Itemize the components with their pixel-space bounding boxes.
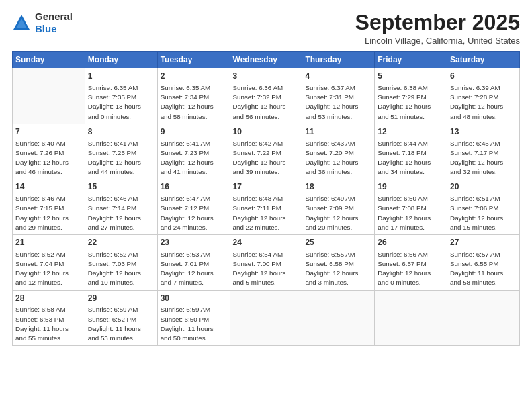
- day-number: 18: [305, 181, 371, 193]
- day-info: Sunrise: 6:38 AM Sunset: 7:29 PM Dayligh…: [378, 83, 444, 122]
- calendar-cell: 17Sunrise: 6:48 AM Sunset: 7:11 PM Dayli…: [230, 179, 302, 235]
- calendar-cell: 2Sunrise: 6:35 AM Sunset: 7:34 PM Daylig…: [157, 68, 230, 124]
- day-number: 25: [305, 237, 371, 248]
- calendar-cell: 4Sunrise: 6:37 AM Sunset: 7:31 PM Daylig…: [302, 68, 375, 124]
- day-number: 3: [233, 71, 300, 82]
- day-number: 8: [88, 126, 154, 138]
- calendar-cell: 24Sunrise: 6:54 AM Sunset: 7:00 PM Dayli…: [230, 235, 302, 291]
- day-info: Sunrise: 6:50 AM Sunset: 7:08 PM Dayligh…: [378, 194, 444, 232]
- col-header-wednesday: Wednesday: [230, 52, 302, 68]
- calendar-cell: 13Sunrise: 6:45 AM Sunset: 7:17 PM Dayli…: [447, 124, 520, 179]
- day-number: 16: [161, 181, 227, 193]
- location-subtitle: Lincoln Village, California, United Stat…: [355, 36, 520, 46]
- day-number: 6: [450, 71, 517, 82]
- header: General Blue September 2025 Lincoln Vill…: [12, 11, 520, 46]
- day-info: Sunrise: 6:51 AM Sunset: 7:06 PM Dayligh…: [450, 194, 517, 232]
- calendar-cell: 11Sunrise: 6:43 AM Sunset: 7:20 PM Dayli…: [302, 124, 375, 179]
- calendar-cell: 30Sunrise: 6:59 AM Sunset: 6:50 PM Dayli…: [157, 290, 230, 346]
- day-number: 5: [378, 71, 444, 82]
- month-title: September 2025: [355, 11, 520, 34]
- day-info: Sunrise: 6:54 AM Sunset: 7:00 PM Dayligh…: [233, 250, 300, 288]
- calendar-cell: 27Sunrise: 6:57 AM Sunset: 6:55 PM Dayli…: [447, 235, 520, 291]
- day-info: Sunrise: 6:52 AM Sunset: 7:03 PM Dayligh…: [88, 250, 154, 288]
- day-info: Sunrise: 6:49 AM Sunset: 7:09 PM Dayligh…: [305, 194, 371, 232]
- calendar-week-2: 14Sunrise: 6:46 AM Sunset: 7:15 PM Dayli…: [13, 179, 520, 235]
- calendar-cell: 9Sunrise: 6:41 AM Sunset: 7:23 PM Daylig…: [157, 124, 230, 179]
- day-number: 4: [305, 71, 371, 82]
- day-info: Sunrise: 6:59 AM Sunset: 6:52 PM Dayligh…: [88, 305, 154, 343]
- calendar-cell: 19Sunrise: 6:50 AM Sunset: 7:08 PM Dayli…: [375, 179, 447, 235]
- logo: General Blue: [12, 11, 73, 35]
- calendar-week-0: 1Sunrise: 6:35 AM Sunset: 7:35 PM Daylig…: [13, 68, 520, 124]
- calendar-cell: 8Sunrise: 6:41 AM Sunset: 7:25 PM Daylig…: [85, 124, 157, 179]
- day-number: 20: [450, 181, 517, 193]
- calendar-week-1: 7Sunrise: 6:40 AM Sunset: 7:26 PM Daylig…: [13, 124, 520, 179]
- calendar-cell: 14Sunrise: 6:46 AM Sunset: 7:15 PM Dayli…: [13, 179, 85, 235]
- day-number: 13: [450, 126, 517, 138]
- day-number: 17: [233, 181, 300, 193]
- calendar-table: SundayMondayTuesdayWednesdayThursdayFrid…: [12, 51, 520, 346]
- day-number: 21: [15, 237, 82, 248]
- day-info: Sunrise: 6:47 AM Sunset: 7:12 PM Dayligh…: [161, 194, 227, 232]
- calendar-cell: 28Sunrise: 6:58 AM Sunset: 6:53 PM Dayli…: [13, 290, 85, 346]
- logo-icon: [12, 13, 31, 32]
- title-block: September 2025 Lincoln Village, Californ…: [355, 11, 520, 46]
- calendar-cell: 10Sunrise: 6:42 AM Sunset: 7:22 PM Dayli…: [230, 124, 302, 179]
- calendar-week-4: 28Sunrise: 6:58 AM Sunset: 6:53 PM Dayli…: [13, 290, 520, 346]
- calendar-cell: 16Sunrise: 6:47 AM Sunset: 7:12 PM Dayli…: [157, 179, 230, 235]
- day-info: Sunrise: 6:35 AM Sunset: 7:34 PM Dayligh…: [161, 83, 227, 122]
- calendar-cell: 6Sunrise: 6:39 AM Sunset: 7:28 PM Daylig…: [447, 68, 520, 124]
- day-number: 11: [305, 126, 371, 138]
- calendar-cell: 25Sunrise: 6:55 AM Sunset: 6:58 PM Dayli…: [302, 235, 375, 291]
- day-info: Sunrise: 6:35 AM Sunset: 7:35 PM Dayligh…: [88, 83, 154, 122]
- calendar-cell: 29Sunrise: 6:59 AM Sunset: 6:52 PM Dayli…: [85, 290, 157, 346]
- calendar-cell: 18Sunrise: 6:49 AM Sunset: 7:09 PM Dayli…: [302, 179, 375, 235]
- day-info: Sunrise: 6:58 AM Sunset: 6:53 PM Dayligh…: [15, 305, 82, 343]
- day-number: 22: [88, 237, 154, 248]
- calendar-cell: 5Sunrise: 6:38 AM Sunset: 7:29 PM Daylig…: [375, 68, 447, 124]
- day-info: Sunrise: 6:52 AM Sunset: 7:04 PM Dayligh…: [15, 250, 82, 288]
- calendar-cell: 15Sunrise: 6:46 AM Sunset: 7:14 PM Dayli…: [85, 179, 157, 235]
- col-header-friday: Friday: [375, 52, 447, 68]
- day-info: Sunrise: 6:55 AM Sunset: 6:58 PM Dayligh…: [305, 250, 371, 288]
- day-number: 19: [378, 181, 444, 193]
- calendar-cell: 23Sunrise: 6:53 AM Sunset: 7:01 PM Dayli…: [157, 235, 230, 291]
- day-number: 30: [161, 293, 227, 304]
- calendar-cell: 22Sunrise: 6:52 AM Sunset: 7:03 PM Dayli…: [85, 235, 157, 291]
- calendar-cell: 12Sunrise: 6:44 AM Sunset: 7:18 PM Dayli…: [375, 124, 447, 179]
- day-info: Sunrise: 6:36 AM Sunset: 7:32 PM Dayligh…: [233, 83, 300, 122]
- day-info: Sunrise: 6:59 AM Sunset: 6:50 PM Dayligh…: [161, 305, 227, 343]
- day-number: 26: [378, 237, 444, 248]
- day-number: 1: [88, 71, 154, 82]
- calendar-cell: 20Sunrise: 6:51 AM Sunset: 7:06 PM Dayli…: [447, 179, 520, 235]
- logo-text: General Blue: [35, 11, 73, 35]
- calendar-cell: 26Sunrise: 6:56 AM Sunset: 6:57 PM Dayli…: [375, 235, 447, 291]
- day-number: 15: [88, 181, 154, 193]
- day-info: Sunrise: 6:45 AM Sunset: 7:17 PM Dayligh…: [450, 139, 517, 177]
- day-info: Sunrise: 6:41 AM Sunset: 7:23 PM Dayligh…: [161, 139, 227, 177]
- day-number: 23: [161, 237, 227, 248]
- day-number: 14: [15, 181, 82, 193]
- day-info: Sunrise: 6:39 AM Sunset: 7:28 PM Dayligh…: [450, 83, 517, 122]
- day-number: 9: [161, 126, 227, 138]
- col-header-tuesday: Tuesday: [157, 52, 230, 68]
- calendar-cell: 21Sunrise: 6:52 AM Sunset: 7:04 PM Dayli…: [13, 235, 85, 291]
- day-number: 2: [161, 71, 227, 82]
- day-number: 7: [15, 126, 82, 138]
- day-info: Sunrise: 6:37 AM Sunset: 7:31 PM Dayligh…: [305, 83, 371, 122]
- day-number: 27: [450, 237, 517, 248]
- calendar-cell: [13, 68, 85, 124]
- day-info: Sunrise: 6:40 AM Sunset: 7:26 PM Dayligh…: [15, 139, 82, 177]
- day-info: Sunrise: 6:46 AM Sunset: 7:14 PM Dayligh…: [88, 194, 154, 232]
- calendar-cell: [447, 290, 520, 346]
- day-info: Sunrise: 6:46 AM Sunset: 7:15 PM Dayligh…: [15, 194, 82, 232]
- col-header-saturday: Saturday: [447, 52, 520, 68]
- day-info: Sunrise: 6:41 AM Sunset: 7:25 PM Dayligh…: [88, 139, 154, 177]
- calendar-week-3: 21Sunrise: 6:52 AM Sunset: 7:04 PM Dayli…: [13, 235, 520, 291]
- day-info: Sunrise: 6:57 AM Sunset: 6:55 PM Dayligh…: [450, 250, 517, 288]
- calendar-cell: [230, 290, 302, 346]
- day-info: Sunrise: 6:53 AM Sunset: 7:01 PM Dayligh…: [161, 250, 227, 288]
- day-number: 29: [88, 293, 154, 304]
- page: General Blue September 2025 Lincoln Vill…: [0, 0, 532, 411]
- calendar-cell: 1Sunrise: 6:35 AM Sunset: 7:35 PM Daylig…: [85, 68, 157, 124]
